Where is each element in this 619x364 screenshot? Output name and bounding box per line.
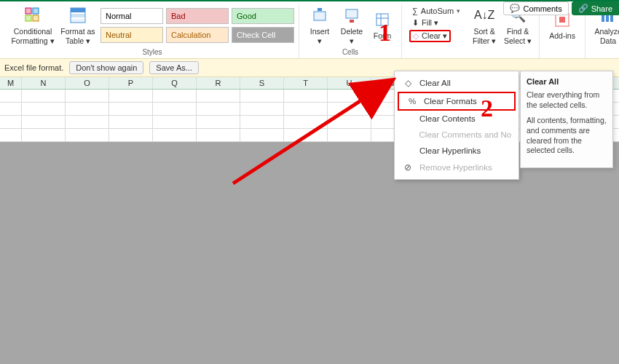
conditional-formatting-button[interactable]: Conditional Formatting ▾	[10, 4, 55, 47]
styles-group-label: Styles	[142, 48, 162, 58]
col-header[interactable]: O	[66, 77, 109, 89]
style-bad[interactable]: Bad	[166, 8, 229, 24]
tooltip-text: All contents, formatting, and comments a…	[527, 116, 607, 156]
tooltip-title: Clear All	[527, 77, 607, 86]
link-icon: ⊘	[402, 162, 414, 173]
col-header[interactable]: N	[22, 77, 66, 89]
clear-all-item[interactable]: ◇ Clear All	[395, 74, 519, 92]
svg-rect-11	[350, 20, 354, 23]
svg-rect-0	[25, 8, 31, 14]
style-normal[interactable]: Normal	[100, 8, 163, 24]
remove-hyperlinks-item: ⊘ Remove Hyperlinks	[395, 159, 519, 176]
col-header[interactable]: P	[109, 77, 153, 89]
table-icon	[68, 6, 87, 25]
style-calculation[interactable]: Calculation	[166, 27, 229, 43]
conditional-formatting-icon	[23, 6, 42, 25]
eraser-icon: ◇	[402, 78, 414, 88]
style-neutral[interactable]: Neutral	[100, 27, 163, 43]
col-header[interactable]: M	[0, 77, 22, 89]
share-button[interactable]: 🔗 Share	[572, 1, 619, 15]
comments-label: Comments	[523, 4, 561, 13]
svg-rect-6	[71, 19, 85, 23]
eraser-icon: ◇	[413, 31, 419, 41]
clear-formats-item[interactable]: % Clear Formats	[399, 93, 514, 109]
svg-rect-14	[559, 17, 565, 23]
col-header[interactable]: Q	[153, 77, 197, 89]
dont-show-again-button[interactable]: Don't show again	[69, 61, 143, 74]
col-header[interactable]: T	[284, 77, 328, 89]
fill-button[interactable]: ⬇ Fill ▾	[409, 17, 441, 28]
svg-rect-8	[314, 12, 326, 20]
col-header[interactable]: R	[197, 77, 240, 89]
autosum-button[interactable]: ∑ AutoSum ▾	[409, 6, 463, 16]
fill-icon: ⬇	[412, 18, 419, 28]
delete-button[interactable]: Delete ▾	[336, 4, 368, 47]
insert-button[interactable]: Insert ▾	[304, 4, 336, 47]
clear-button[interactable]: ◇ Clear ▾	[409, 30, 451, 42]
cells-group-label: Cells	[342, 48, 358, 58]
col-header[interactable]: U	[328, 77, 371, 89]
share-icon: 🔗	[578, 4, 588, 13]
sort-icon: A↓Z	[475, 6, 494, 25]
svg-rect-9	[318, 8, 322, 11]
sort-filter-button[interactable]: A↓Z Sort & Filter ▾	[468, 4, 501, 47]
svg-rect-4	[71, 8, 85, 12]
style-check-cell[interactable]: Check Cell	[232, 27, 294, 43]
clear-dropdown: ◇ Clear All % Clear Formats Clear Conten…	[394, 71, 519, 180]
msgbar-text: Excel file format.	[4, 63, 63, 72]
tooltip-text: Clear everything from the selected cells…	[527, 90, 607, 110]
style-good[interactable]: Good	[232, 8, 294, 24]
tooltip: Clear All Clear everything from the sele…	[520, 71, 613, 168]
annotation-2: 2	[481, 95, 493, 122]
svg-rect-10	[346, 9, 358, 18]
chevron-down-icon: ▾	[457, 7, 460, 15]
svg-rect-15	[602, 15, 604, 22]
delete-icon	[342, 6, 361, 25]
comments-button[interactable]: 💬 Comments	[503, 1, 568, 15]
save-as-button[interactable]: Save As...	[149, 61, 199, 74]
clear-comments-item: Clear Comments and Notes	[395, 127, 519, 143]
clear-contents-item[interactable]: Clear Contents	[395, 111, 519, 127]
comment-icon: 💬	[510, 4, 520, 13]
cell-styles-gallery[interactable]: Normal Bad Good Neutral Calculation Chec…	[100, 8, 294, 43]
svg-rect-5	[71, 14, 85, 17]
col-header[interactable]: S	[240, 77, 284, 89]
annotation-1: 1	[379, 19, 391, 47]
sigma-icon: ∑	[412, 7, 418, 15]
clear-hyperlinks-item[interactable]: Clear Hyperlinks	[395, 143, 519, 159]
svg-rect-2	[25, 15, 31, 21]
svg-rect-3	[33, 15, 39, 21]
insert-icon	[310, 6, 329, 25]
share-label: Share	[591, 4, 612, 13]
clear-formats-icon: %	[406, 97, 418, 106]
svg-rect-1	[33, 8, 39, 14]
format-as-table-button[interactable]: Format as Table ▾	[55, 4, 100, 47]
